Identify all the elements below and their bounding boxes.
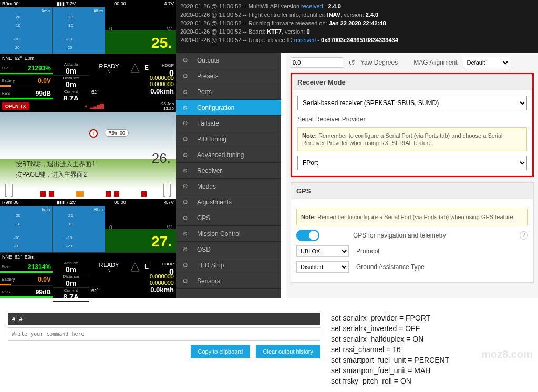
copy-clipboard-button[interactable]: Copy to clipboard (191, 345, 251, 358)
receiver-mode-panel: Receiver Mode Serial-based receiver (SPE… (291, 73, 534, 177)
volt2: 4.7V (164, 1, 174, 6)
help-icon[interactable]: ? (520, 231, 528, 240)
nav-icon: ⚙ (182, 262, 192, 269)
yaw-input[interactable] (291, 57, 343, 68)
alt-label: Alt m (94, 8, 103, 13)
compass-bar: N NE 62° E 0m (0, 54, 176, 62)
nav-item-sensors[interactable]: ⚙Sensors (176, 273, 281, 289)
cli-command: set rssi_channel = 16 (331, 344, 449, 355)
protocol-label: Protocol (356, 247, 379, 255)
receiver-mode-title: Receiver Mode (292, 74, 532, 90)
signal-icon: ▂▄▆█ (90, 104, 104, 109)
cli-command: set serialrx_provider = FPORT (331, 313, 449, 323)
nav-item-presets[interactable]: ⚙Presets (176, 68, 281, 84)
serial-receiver-select[interactable]: FPort (297, 156, 527, 170)
cli-command: set frsky_pitch_roll = ON (331, 376, 449, 386)
nav-icon: ⚙ (182, 277, 192, 285)
telemetry-screen-2: R9m 00 ▮▮▮ 7.2V 00:00 4.7V kmh 20 10 -10… (0, 199, 176, 298)
nav-icon: ⚙ (182, 136, 192, 143)
nav-item-configuration[interactable]: ⚙Configuration (176, 100, 281, 116)
nav-icon: ⚙ (182, 214, 192, 222)
cli-panel: # # Copy to clipboard Clear output histo… (8, 313, 320, 358)
nav-item-pid-tuning[interactable]: ⚙PID tuning (176, 131, 281, 147)
gps-nav-label: GPS for navigation and telemetry (353, 232, 446, 239)
nav-icon: ⚙ (182, 57, 192, 64)
nav-item-failsafe[interactable]: ⚙Failsafe (176, 116, 281, 131)
config-panel: ↺ Yaw Degrees MAG Alignment Default Rece… (286, 53, 538, 298)
telemetry-screen-1: R9m 00 ▮▮▮ 7.2V 00:00 4.7V kmh 20 10 -10… (0, 0, 176, 100)
nav-icon: ⚙ (182, 104, 192, 111)
nav-item-outputs[interactable]: ⚙Outputs (176, 53, 281, 68)
nav-item-led-strip[interactable]: ⚙LED Strip (176, 257, 281, 273)
cli-command: set serialrx_inverted = OFF (331, 323, 449, 334)
opentx-badge: OPEN TX (2, 102, 29, 110)
opentx-screen: OPEN TX ● ▂▄▆█ 26 Jan13:26 + R9m 00 按RTN… (0, 100, 176, 199)
cli-output: # # (8, 313, 320, 325)
cli-command: set smartport_fuel_unit = MAH (331, 365, 449, 376)
instruction-1: 按RTN键，退出进入主界面1 (16, 160, 95, 169)
log-console: 2020-01-26 @ 11:00:52 -- MultiWii API ve… (176, 0, 538, 53)
mag-select[interactable]: Default (463, 57, 510, 68)
yaw-label: Yaw Degrees (360, 59, 398, 66)
telemetry-stats: Fuel21293% Battery0.0V RSSI99dB Altitude… (0, 62, 176, 100)
nav-icon: ⚙ (182, 167, 192, 174)
watermark: moz8.com (481, 348, 533, 360)
clear-history-button[interactable]: Clear output history (256, 345, 320, 358)
mag-label: MAG Alignment (413, 59, 457, 66)
batt-icon: ▮▮▮ (57, 1, 65, 6)
nav-item-ports[interactable]: ⚙Ports (176, 84, 281, 100)
nav-icon: ⚙ (182, 230, 192, 238)
nav-icon: ⚙ (182, 120, 192, 127)
nav-icon: ⚙ (182, 183, 192, 190)
hud: kmh 20 10 -10 -20 Alt m 20 10 -10 -20 0 … (0, 7, 176, 54)
receiver-mode-select[interactable]: Serial-based receiver (SPEKSAT, SBUS, SU… (297, 96, 527, 110)
nav-item-osd[interactable]: ⚙OSD (176, 242, 281, 257)
rssi-value: 99dB (36, 90, 51, 97)
slide-number-25: 25. (151, 35, 172, 51)
nav-item-modes[interactable]: ⚙Modes (176, 179, 281, 194)
nav-item-adjustments[interactable]: ⚙Adjustments (176, 194, 281, 210)
nav-icon: ⚙ (182, 151, 192, 159)
sidebar-nav: ⚙Outputs⚙Presets⚙Ports⚙Configuration⚙Fai… (176, 53, 281, 298)
nav-item-mission-control[interactable]: ⚙Mission Control (176, 226, 281, 242)
nav-item-receiver[interactable]: ⚙Receiver (176, 163, 281, 179)
cli-command: set serialrx_halfduplex = ON (331, 334, 449, 344)
ground-assist-label: Ground Assistance Type (356, 263, 425, 271)
model-pill: R9m 00 (105, 129, 129, 137)
cli-input[interactable] (8, 327, 320, 341)
nav-icon: ⚙ (182, 73, 192, 80)
cli-commands-list: set serialrx_provider = FPORTset serialr… (331, 313, 449, 386)
nav-item-gps[interactable]: ⚙GPS (176, 210, 281, 226)
nav-icon: ⚙ (182, 246, 192, 253)
protocol-select[interactable]: UBLOX (296, 245, 349, 257)
cli-command: set smartport_fuel_unit = PERCENT (331, 355, 449, 365)
telemetry-topbar: R9m 00 ▮▮▮ 7.2V 00:00 4.7V (0, 0, 176, 7)
nav-icon: ⚙ (182, 199, 192, 206)
plus-icon: + (89, 129, 98, 138)
yaw-icon: ↺ (348, 58, 355, 68)
slide-number-27: 27. (151, 233, 172, 250)
instruction-2: 按PAGE键，进入主界面2 (16, 170, 87, 179)
nav-icon: ⚙ (182, 88, 192, 96)
gps-toggle[interactable] (296, 230, 319, 241)
model-name: R9m 00 (2, 1, 19, 6)
gps-panel: GPS Note: Remember to configure a Serial… (291, 182, 534, 283)
time: 00:00 (114, 1, 126, 6)
fuel-value: 21293% (28, 65, 51, 72)
gps-title: GPS (291, 183, 533, 199)
volt1: 7.2V (66, 1, 76, 6)
slide-number-26: 26. (152, 150, 171, 167)
ground-assist-select[interactable]: Disabled (296, 261, 349, 273)
battery-value: 0.0V (38, 77, 51, 85)
note-box: Note: Remember to configure a Serial Por… (297, 127, 527, 151)
nav-item-advanced-tuning[interactable]: ⚙Advanced tuning (176, 147, 281, 163)
serial-receiver-provider-label: Serial Receiver Provider (297, 116, 527, 123)
kmh-label: kmh (42, 8, 50, 13)
